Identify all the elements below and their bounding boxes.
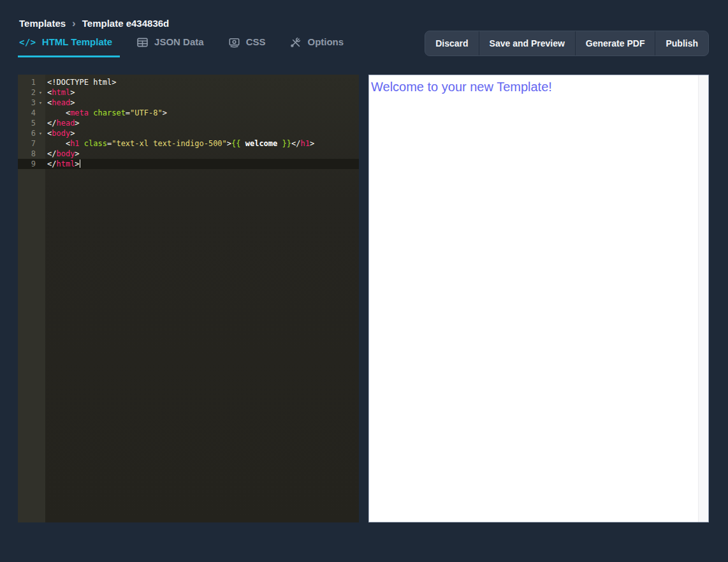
fold-arrow-icon[interactable]: ▾ xyxy=(36,98,45,108)
code-line[interactable]: 1<!DOCTYPE html> xyxy=(18,77,359,87)
action-button-group: Discard Save and Preview Generate PDF Pu… xyxy=(425,31,709,56)
code-text: <h1 class="text-xl text-indigo-500">{{ w… xyxy=(45,138,314,149)
html-code-editor[interactable]: 1<!DOCTYPE html>2▾<html>3▾<head>4 <meta … xyxy=(18,75,359,522)
code-line[interactable]: 7 <h1 class="text-xl text-indigo-500">{{… xyxy=(18,138,359,149)
preview-scrollbar[interactable] xyxy=(698,75,708,522)
fold-gutter-spacer xyxy=(36,138,45,149)
code-text: <body> xyxy=(45,128,75,138)
code-lines: 1<!DOCTYPE html>2▾<html>3▾<head>4 <meta … xyxy=(18,75,359,169)
tab-label: JSON Data xyxy=(154,36,204,48)
code-text: </body> xyxy=(45,149,80,159)
code-text: <!DOCTYPE html> xyxy=(45,77,116,87)
breadcrumb: Templates › Template e434836d xyxy=(19,18,169,29)
fold-gutter-spacer xyxy=(36,108,45,118)
generate-pdf-button[interactable]: Generate PDF xyxy=(575,31,655,55)
text-cursor xyxy=(80,159,80,168)
save-and-preview-button[interactable]: Save and Preview xyxy=(479,31,575,55)
line-number: 9 xyxy=(18,159,36,169)
preview-heading: Welcome to your new Template! xyxy=(369,79,708,95)
code-text: </head> xyxy=(45,118,80,128)
tab-label: Options xyxy=(307,36,344,48)
fold-gutter-spacer xyxy=(36,118,45,128)
tab-label: CSS xyxy=(246,36,266,48)
tab-css[interactable]: CSS xyxy=(228,36,266,48)
line-number: 8 xyxy=(18,149,36,159)
fold-gutter-spacer xyxy=(36,159,45,169)
tab-html-template[interactable]: </> HTML Template xyxy=(19,36,112,48)
code-text: <head> xyxy=(45,98,75,108)
line-number: 4 xyxy=(18,108,36,118)
line-number: 2 xyxy=(18,87,36,98)
breadcrumb-templates-link[interactable]: Templates xyxy=(19,18,66,29)
publish-button[interactable]: Publish xyxy=(655,31,708,55)
code-text: <meta charset="UTF-8"> xyxy=(45,108,167,118)
tab-options[interactable]: Options xyxy=(289,36,344,48)
fold-gutter-spacer xyxy=(36,149,45,159)
code-line[interactable]: 2▾<html> xyxy=(18,87,359,98)
fold-gutter-spacer xyxy=(36,77,45,87)
code-line[interactable]: 3▾<head> xyxy=(18,98,359,108)
line-number: 7 xyxy=(18,138,36,149)
pdf-preview-panel: Welcome to your new Template! xyxy=(368,75,709,522)
code-brackets-icon: </> xyxy=(19,36,36,48)
tools-icon xyxy=(289,36,302,48)
code-line[interactable]: 9</html> xyxy=(18,159,359,169)
line-number: 6 xyxy=(18,128,36,138)
tab-label: HTML Template xyxy=(42,36,112,48)
code-line[interactable]: 8</body> xyxy=(18,149,359,159)
fold-arrow-icon[interactable]: ▾ xyxy=(36,87,45,98)
chevron-right-icon: › xyxy=(72,18,76,29)
tab-json-data[interactable]: JSON Data xyxy=(136,36,204,48)
table-icon xyxy=(136,36,149,48)
line-number: 3 xyxy=(18,98,36,108)
fold-arrow-icon[interactable]: ▾ xyxy=(36,128,45,138)
code-line[interactable]: 6▾<body> xyxy=(18,128,359,138)
discard-button[interactable]: Discard xyxy=(425,31,478,55)
stamp-icon xyxy=(228,36,240,48)
code-text: <html> xyxy=(45,87,75,98)
code-text: </html> xyxy=(45,159,80,169)
line-number: 1 xyxy=(18,77,36,87)
tab-bar: </> HTML Template JSON Data xyxy=(19,36,344,48)
code-line[interactable]: 5</head> xyxy=(18,118,359,128)
template-editor-page: { "breadcrumb": { "root": "Templates", "… xyxy=(0,0,728,562)
code-line[interactable]: 4 <meta charset="UTF-8"> xyxy=(18,108,359,118)
line-number: 5 xyxy=(18,118,36,128)
breadcrumb-current: Template e434836d xyxy=(82,18,169,29)
